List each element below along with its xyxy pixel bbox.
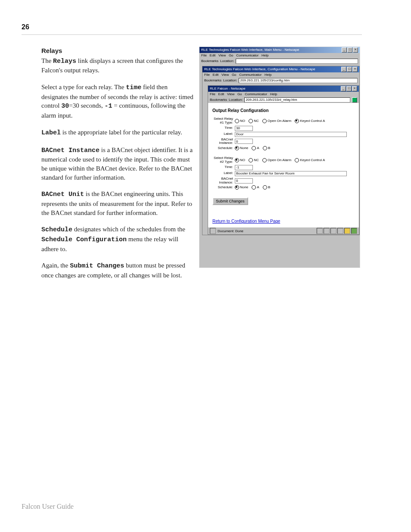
schedule-label: Schedule: xyxy=(212,186,235,190)
radio-label: NO xyxy=(240,158,245,162)
close-icon[interactable]: × xyxy=(352,86,357,91)
relay-1-type-label: Select Relay #1 Type: xyxy=(212,117,235,125)
window-1-titlebar[interactable]: RLE Technologies Falcon Web Interface, M… xyxy=(199,47,360,53)
maximize-icon[interactable]: □ xyxy=(347,67,352,72)
relay-2-label-input[interactable] xyxy=(235,171,347,176)
window-1-address[interactable] xyxy=(236,59,358,64)
paragraph-2: Select a type for each relay. The time f… xyxy=(41,83,195,120)
window-2-address[interactable]: 209.263.221.105/233/config.htm xyxy=(239,78,358,83)
bookmarks-icon[interactable]: Bookmarks xyxy=(204,78,221,84)
submit-changes-button[interactable]: Submit Changes xyxy=(212,197,248,205)
relay-2-time-input[interactable] xyxy=(235,165,253,170)
paragraph-1: The Relays link displays a screen that c… xyxy=(41,56,195,75)
screenshot-figure: RLE Technologies Falcon Web Interface, M… xyxy=(199,47,360,268)
bacnet-unit-term: BACnet Unit xyxy=(41,191,84,198)
radio-icon[interactable] xyxy=(235,185,239,190)
page: 26 Relays The Relays link displays a scr… xyxy=(0,0,411,532)
radio-label: B xyxy=(268,146,270,150)
schedule-label: Schedule: xyxy=(212,146,235,150)
relay-1-label-input[interactable] xyxy=(235,132,347,137)
time-term: time xyxy=(126,84,141,91)
status-tray-icon[interactable] xyxy=(317,228,323,234)
radio-icon[interactable] xyxy=(262,119,267,123)
paragraph-3: Label is the appropriate label for the p… xyxy=(41,128,195,138)
submit-changes-term: Submit Changes xyxy=(70,262,124,270)
window-3: RLE Falcon - Netscape _ □ × File Edit Vi… xyxy=(208,85,359,235)
radio-label: A xyxy=(257,185,259,189)
status-tray xyxy=(317,228,357,234)
page-number: 26 xyxy=(22,23,29,31)
radio-label: NO xyxy=(240,119,245,123)
radio-label: A xyxy=(257,146,259,150)
radio-icon[interactable] xyxy=(249,119,253,123)
window-2-menubar[interactable]: File Edit View Go Communicator Help xyxy=(202,72,359,78)
bacnet-instance-label: BACnet Instance: xyxy=(212,138,235,146)
relay-2-bacnet-input[interactable] xyxy=(235,178,253,184)
minimize-icon[interactable]: _ xyxy=(341,67,346,72)
radio-label: Keyed Control A xyxy=(300,119,325,123)
radio-label: Open On Alarm xyxy=(268,119,291,123)
window-3-menubar[interactable]: File Edit View Go Communicator Help xyxy=(208,92,359,97)
paragraph-7: Again, the Submit Changes button must be… xyxy=(41,261,195,280)
radio-icon[interactable] xyxy=(262,158,267,162)
minimize-icon[interactable]: _ xyxy=(342,47,347,53)
radio-icon[interactable] xyxy=(235,146,239,150)
close-icon[interactable]: × xyxy=(352,67,358,72)
return-link[interactable]: Return to Configuration Menu Page xyxy=(212,219,280,224)
relay-2-type-row: Select Relay #2 Type: NO NC Open On Alar… xyxy=(212,156,355,164)
radio-icon[interactable] xyxy=(249,158,253,162)
status-tray-icon[interactable] xyxy=(337,228,343,234)
label-label: Label: xyxy=(212,132,235,136)
window-3-address[interactable]: 209.263.221.105/233/d_relay.htm xyxy=(244,97,350,103)
time-label: Time: xyxy=(212,165,235,169)
relay-2-type-label: Select Relay #2 Type: xyxy=(212,156,235,164)
go-icon[interactable] xyxy=(352,97,357,103)
close-icon[interactable]: × xyxy=(353,47,358,53)
radio-icon[interactable] xyxy=(252,146,256,150)
relay-1-bacnet-input[interactable] xyxy=(235,139,253,144)
label-term: Label xyxy=(41,129,61,137)
paragraph-4: BACnet Instance is a BACnet object ident… xyxy=(41,146,195,182)
status-tray-icon[interactable] xyxy=(324,228,330,234)
schedule-term: Schedule xyxy=(41,226,72,233)
radio-icon[interactable] xyxy=(252,185,256,190)
radio-label: NC xyxy=(254,119,259,123)
section-heading: Relays xyxy=(41,47,195,56)
window-controls-icon[interactable]: _ □ × xyxy=(342,47,358,53)
window-1-toolbar[interactable]: Bookmarks Location: xyxy=(199,58,360,64)
window-3-title: RLE Falcon - Netscape xyxy=(210,86,246,92)
status-text: Document: Done xyxy=(218,229,243,233)
window-2-titlebar[interactable]: RLE Technologies Falcon Web Interface, C… xyxy=(202,66,359,72)
window-controls-icon[interactable]: _ □ × xyxy=(341,86,357,91)
relays-term: Relays xyxy=(53,58,76,65)
form-content: Output Relay Configuration Select Relay … xyxy=(208,103,359,227)
relay-1-time-input[interactable] xyxy=(235,126,253,131)
radio-icon[interactable] xyxy=(263,146,267,150)
window-controls-icon[interactable]: _ □ × xyxy=(341,67,358,72)
radio-icon[interactable] xyxy=(295,158,299,162)
bookmarks-icon[interactable]: Bookmarks xyxy=(210,97,227,103)
radio-icon[interactable] xyxy=(235,158,239,162)
schedule-config-term: Schedule Configuration xyxy=(41,236,127,243)
window-2-toolbar[interactable]: Bookmarks Location: 209.263.221.105/233/… xyxy=(202,78,359,84)
status-tray-icon[interactable] xyxy=(351,228,357,234)
status-tray-icon[interactable] xyxy=(330,228,336,234)
window-3-toolbar[interactable]: Bookmarks Location: 209.263.221.105/233/… xyxy=(208,97,359,103)
maximize-icon[interactable]: □ xyxy=(347,47,352,53)
label-label: Label: xyxy=(212,171,235,175)
radio-label: B xyxy=(268,185,270,189)
left-text-column: Relays The Relays link displays a screen… xyxy=(41,47,195,288)
window-3-titlebar[interactable]: RLE Falcon - Netscape _ □ × xyxy=(208,86,359,92)
radio-icon[interactable] xyxy=(263,185,267,190)
bookmarks-icon[interactable]: Bookmarks xyxy=(201,58,218,64)
radio-icon[interactable] xyxy=(295,119,299,123)
maximize-icon[interactable]: □ xyxy=(346,86,352,91)
form-heading: Output Relay Configuration xyxy=(212,108,355,113)
status-tray-icon[interactable] xyxy=(344,228,350,234)
minimize-icon[interactable]: _ xyxy=(341,86,346,91)
radio-label: NC xyxy=(254,158,259,162)
radio-icon[interactable] xyxy=(235,119,239,123)
bacnet-instance-label: BACnet Instance: xyxy=(212,177,235,185)
window-1-menubar[interactable]: File Edit View Go Communicator Help xyxy=(199,53,360,58)
status-bar: Document: Done xyxy=(208,227,359,234)
